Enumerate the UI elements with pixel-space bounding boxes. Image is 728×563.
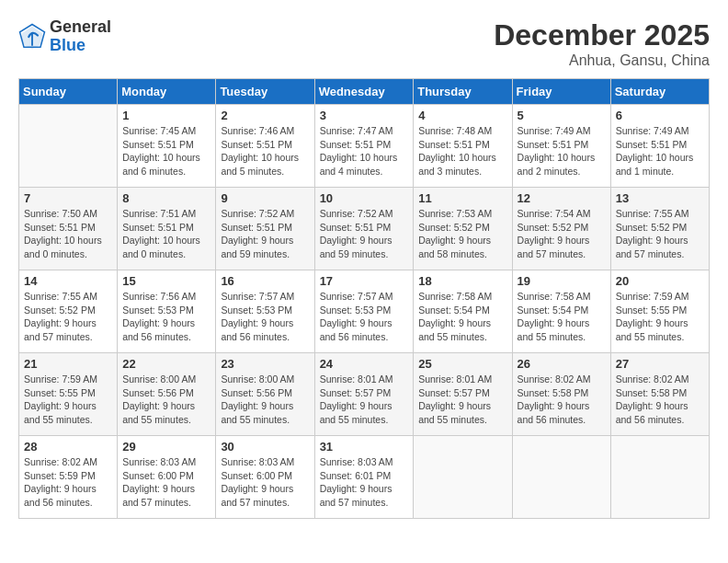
calendar-cell: 16Sunrise: 7:57 AM Sunset: 5:53 PM Dayli… xyxy=(216,270,314,353)
day-number: 17 xyxy=(320,274,409,288)
column-header-monday: Monday xyxy=(118,79,216,105)
calendar-header-row: SundayMondayTuesdayWednesdayThursdayFrid… xyxy=(19,79,710,105)
calendar-cell: 10Sunrise: 7:52 AM Sunset: 5:51 PM Dayli… xyxy=(314,188,414,270)
column-header-saturday: Saturday xyxy=(610,79,709,105)
day-info: Sunrise: 7:55 AM Sunset: 5:52 PM Dayligh… xyxy=(616,207,704,261)
calendar-cell: 22Sunrise: 8:00 AM Sunset: 5:56 PM Dayli… xyxy=(118,353,216,436)
day-number: 24 xyxy=(320,357,409,371)
day-number: 15 xyxy=(122,274,210,288)
calendar-cell: 24Sunrise: 8:01 AM Sunset: 5:57 PM Dayli… xyxy=(314,353,414,436)
column-header-friday: Friday xyxy=(512,79,610,105)
calendar-week-2: 7Sunrise: 7:50 AM Sunset: 5:51 PM Daylig… xyxy=(19,188,710,270)
day-number: 4 xyxy=(418,109,506,122)
day-info: Sunrise: 7:56 AM Sunset: 5:53 PM Dayligh… xyxy=(122,290,210,344)
day-info: Sunrise: 7:59 AM Sunset: 5:55 PM Dayligh… xyxy=(616,290,704,344)
calendar-cell: 7Sunrise: 7:50 AM Sunset: 5:51 PM Daylig… xyxy=(19,188,118,270)
calendar-cell: 29Sunrise: 8:03 AM Sunset: 6:00 PM Dayli… xyxy=(118,436,216,519)
day-info: Sunrise: 8:02 AM Sunset: 5:59 PM Dayligh… xyxy=(24,455,112,510)
day-number: 16 xyxy=(221,274,309,288)
calendar-cell: 15Sunrise: 7:56 AM Sunset: 5:53 PM Dayli… xyxy=(118,270,216,353)
day-number: 23 xyxy=(221,357,309,371)
day-info: Sunrise: 7:46 AM Sunset: 5:51 PM Dayligh… xyxy=(221,124,309,178)
calendar-cell: 23Sunrise: 8:00 AM Sunset: 5:56 PM Dayli… xyxy=(216,353,314,436)
calendar-cell: 3Sunrise: 7:47 AM Sunset: 5:51 PM Daylig… xyxy=(314,105,414,188)
day-number: 12 xyxy=(518,191,606,205)
calendar-cell: 13Sunrise: 7:55 AM Sunset: 5:52 PM Dayli… xyxy=(610,188,709,270)
day-info: Sunrise: 7:57 AM Sunset: 5:53 PM Dayligh… xyxy=(320,290,409,344)
day-info: Sunrise: 7:53 AM Sunset: 5:52 PM Dayligh… xyxy=(418,207,506,261)
day-info: Sunrise: 7:58 AM Sunset: 5:54 PM Dayligh… xyxy=(518,290,606,344)
day-info: Sunrise: 8:03 AM Sunset: 6:00 PM Dayligh… xyxy=(221,455,309,510)
day-number: 30 xyxy=(221,440,309,454)
day-number: 29 xyxy=(122,440,210,454)
day-number: 28 xyxy=(24,440,112,454)
day-number: 14 xyxy=(24,274,112,288)
calendar-cell: 8Sunrise: 7:51 AM Sunset: 5:51 PM Daylig… xyxy=(118,188,216,270)
day-number: 26 xyxy=(518,357,606,371)
day-info: Sunrise: 7:59 AM Sunset: 5:55 PM Dayligh… xyxy=(24,373,112,427)
logo-blue: Blue xyxy=(50,37,111,55)
calendar-cell: 27Sunrise: 8:02 AM Sunset: 5:58 PM Dayli… xyxy=(610,353,709,436)
calendar-cell: 5Sunrise: 7:49 AM Sunset: 5:51 PM Daylig… xyxy=(512,105,610,188)
day-info: Sunrise: 8:01 AM Sunset: 5:57 PM Dayligh… xyxy=(418,373,506,427)
calendar-cell: 28Sunrise: 8:02 AM Sunset: 5:59 PM Dayli… xyxy=(19,436,118,519)
calendar-cell: 1Sunrise: 7:45 AM Sunset: 5:51 PM Daylig… xyxy=(118,105,216,188)
logo-general: General xyxy=(50,18,111,37)
calendar-cell: 26Sunrise: 8:02 AM Sunset: 5:58 PM Dayli… xyxy=(512,353,610,436)
day-info: Sunrise: 8:00 AM Sunset: 5:56 PM Dayligh… xyxy=(221,373,309,427)
day-info: Sunrise: 7:49 AM Sunset: 5:51 PM Dayligh… xyxy=(616,124,704,178)
calendar-cell xyxy=(19,105,118,188)
column-header-thursday: Thursday xyxy=(414,79,512,105)
day-number: 11 xyxy=(418,191,506,205)
day-info: Sunrise: 7:48 AM Sunset: 5:51 PM Dayligh… xyxy=(418,124,506,178)
day-number: 2 xyxy=(221,109,309,122)
calendar-cell: 6Sunrise: 7:49 AM Sunset: 5:51 PM Daylig… xyxy=(610,105,709,188)
calendar-cell xyxy=(512,436,610,519)
calendar-cell: 25Sunrise: 8:01 AM Sunset: 5:57 PM Dayli… xyxy=(414,353,512,436)
calendar-cell: 17Sunrise: 7:57 AM Sunset: 5:53 PM Dayli… xyxy=(314,270,414,353)
calendar-cell: 9Sunrise: 7:52 AM Sunset: 5:51 PM Daylig… xyxy=(216,188,314,270)
calendar-cell xyxy=(610,436,709,519)
page-header: General Blue December 2025 Anhua, Gansu,… xyxy=(18,18,710,69)
calendar-cell: 2Sunrise: 7:46 AM Sunset: 5:51 PM Daylig… xyxy=(216,105,314,188)
calendar-cell: 14Sunrise: 7:55 AM Sunset: 5:52 PM Dayli… xyxy=(19,270,118,353)
day-number: 8 xyxy=(122,191,210,205)
title-block: December 2025 Anhua, Gansu, China xyxy=(494,18,710,69)
day-info: Sunrise: 7:54 AM Sunset: 5:52 PM Dayligh… xyxy=(518,207,606,261)
day-info: Sunrise: 7:45 AM Sunset: 5:51 PM Dayligh… xyxy=(122,124,210,178)
calendar-week-4: 21Sunrise: 7:59 AM Sunset: 5:55 PM Dayli… xyxy=(19,353,710,436)
day-info: Sunrise: 8:03 AM Sunset: 6:00 PM Dayligh… xyxy=(122,455,210,510)
day-info: Sunrise: 8:03 AM Sunset: 6:01 PM Dayligh… xyxy=(320,455,409,510)
day-number: 22 xyxy=(122,357,210,371)
day-info: Sunrise: 8:02 AM Sunset: 5:58 PM Dayligh… xyxy=(518,373,606,427)
calendar-cell: 20Sunrise: 7:59 AM Sunset: 5:55 PM Dayli… xyxy=(610,270,709,353)
day-number: 1 xyxy=(122,109,210,122)
day-number: 10 xyxy=(320,191,409,205)
calendar-cell: 31Sunrise: 8:03 AM Sunset: 6:01 PM Dayli… xyxy=(314,436,414,519)
day-number: 9 xyxy=(221,191,309,205)
day-info: Sunrise: 7:49 AM Sunset: 5:51 PM Dayligh… xyxy=(518,124,606,178)
day-info: Sunrise: 7:47 AM Sunset: 5:51 PM Dayligh… xyxy=(320,124,409,178)
day-number: 5 xyxy=(518,109,606,122)
calendar-cell: 30Sunrise: 8:03 AM Sunset: 6:00 PM Dayli… xyxy=(216,436,314,519)
day-number: 27 xyxy=(616,357,704,371)
month-title: December 2025 xyxy=(494,18,710,52)
day-number: 21 xyxy=(24,357,112,371)
calendar-week-3: 14Sunrise: 7:55 AM Sunset: 5:52 PM Dayli… xyxy=(19,270,710,353)
day-number: 6 xyxy=(616,109,704,122)
calendar-cell xyxy=(414,436,512,519)
day-number: 13 xyxy=(616,191,704,205)
day-info: Sunrise: 7:52 AM Sunset: 5:51 PM Dayligh… xyxy=(320,207,409,261)
calendar-cell: 18Sunrise: 7:58 AM Sunset: 5:54 PM Dayli… xyxy=(414,270,512,353)
day-info: Sunrise: 8:01 AM Sunset: 5:57 PM Dayligh… xyxy=(320,373,409,427)
day-info: Sunrise: 7:57 AM Sunset: 5:53 PM Dayligh… xyxy=(221,290,309,344)
location: Anhua, Gansu, China xyxy=(494,52,710,69)
column-header-wednesday: Wednesday xyxy=(314,79,414,105)
day-info: Sunrise: 7:51 AM Sunset: 5:51 PM Dayligh… xyxy=(122,207,210,261)
logo-text: General Blue xyxy=(50,18,111,55)
column-header-tuesday: Tuesday xyxy=(216,79,314,105)
day-info: Sunrise: 7:55 AM Sunset: 5:52 PM Dayligh… xyxy=(24,290,112,344)
day-info: Sunrise: 8:00 AM Sunset: 5:56 PM Dayligh… xyxy=(122,373,210,427)
day-number: 7 xyxy=(24,191,112,205)
day-info: Sunrise: 7:52 AM Sunset: 5:51 PM Dayligh… xyxy=(221,207,309,261)
